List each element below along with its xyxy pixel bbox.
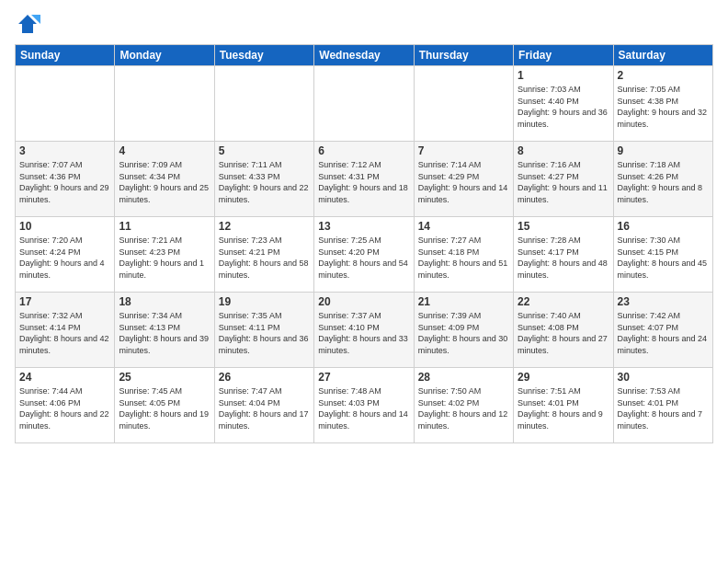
calendar-day-cell: 29Sunrise: 7:51 AM Sunset: 4:01 PM Dayli… <box>514 368 613 443</box>
day-info: Sunrise: 7:30 AM Sunset: 4:15 PM Dayligh… <box>618 235 709 281</box>
calendar-day-cell: 21Sunrise: 7:39 AM Sunset: 4:09 PM Dayli… <box>414 293 513 368</box>
calendar-day-cell <box>414 66 513 142</box>
day-number: 30 <box>618 371 709 384</box>
calendar-week-row: 3Sunrise: 7:07 AM Sunset: 4:36 PM Daylig… <box>16 142 713 217</box>
day-number: 11 <box>119 220 210 233</box>
day-info: Sunrise: 7:18 AM Sunset: 4:26 PM Dayligh… <box>618 159 709 205</box>
day-info: Sunrise: 7:09 AM Sunset: 4:34 PM Dayligh… <box>119 159 210 205</box>
day-info: Sunrise: 7:47 AM Sunset: 4:04 PM Dayligh… <box>219 385 310 431</box>
day-number: 21 <box>418 295 509 308</box>
weekday-header: Monday <box>115 45 214 66</box>
calendar-day-cell: 1Sunrise: 7:03 AM Sunset: 4:40 PM Daylig… <box>514 66 613 142</box>
day-info: Sunrise: 7:53 AM Sunset: 4:01 PM Dayligh… <box>618 385 709 431</box>
page-header <box>15 11 713 37</box>
calendar-day-cell: 20Sunrise: 7:37 AM Sunset: 4:10 PM Dayli… <box>314 293 414 368</box>
calendar-day-cell: 25Sunrise: 7:45 AM Sunset: 4:05 PM Dayli… <box>115 368 214 443</box>
calendar-day-cell: 23Sunrise: 7:42 AM Sunset: 4:07 PM Dayli… <box>613 293 712 368</box>
calendar-week-row: 1Sunrise: 7:03 AM Sunset: 4:40 PM Daylig… <box>16 66 713 142</box>
calendar-day-cell: 15Sunrise: 7:28 AM Sunset: 4:17 PM Dayli… <box>514 217 613 293</box>
calendar-week-row: 24Sunrise: 7:44 AM Sunset: 4:06 PM Dayli… <box>16 368 713 443</box>
day-number: 16 <box>618 220 709 233</box>
day-info: Sunrise: 7:50 AM Sunset: 4:02 PM Dayligh… <box>418 385 509 431</box>
day-number: 13 <box>318 220 409 233</box>
day-number: 3 <box>19 144 110 157</box>
calendar-day-cell <box>314 66 414 142</box>
day-number: 19 <box>219 295 310 308</box>
day-info: Sunrise: 7:12 AM Sunset: 4:31 PM Dayligh… <box>318 159 409 205</box>
day-number: 29 <box>518 371 609 384</box>
calendar-day-cell: 11Sunrise: 7:21 AM Sunset: 4:23 PM Dayli… <box>115 217 214 293</box>
day-number: 18 <box>119 295 210 308</box>
day-info: Sunrise: 7:42 AM Sunset: 4:07 PM Dayligh… <box>618 310 709 356</box>
calendar-day-cell: 14Sunrise: 7:27 AM Sunset: 4:18 PM Dayli… <box>414 217 513 293</box>
day-number: 23 <box>618 295 709 308</box>
calendar-day-cell: 6Sunrise: 7:12 AM Sunset: 4:31 PM Daylig… <box>314 142 414 217</box>
logo <box>15 11 44 37</box>
weekday-header: Tuesday <box>214 45 313 66</box>
weekday-header: Wednesday <box>314 45 414 66</box>
day-number: 22 <box>518 295 609 308</box>
calendar-day-cell: 30Sunrise: 7:53 AM Sunset: 4:01 PM Dayli… <box>613 368 712 443</box>
calendar-day-cell: 13Sunrise: 7:25 AM Sunset: 4:20 PM Dayli… <box>314 217 414 293</box>
day-number: 27 <box>318 371 409 384</box>
day-info: Sunrise: 7:05 AM Sunset: 4:38 PM Dayligh… <box>618 84 709 130</box>
day-info: Sunrise: 7:16 AM Sunset: 4:27 PM Dayligh… <box>518 159 609 205</box>
day-number: 24 <box>19 371 110 384</box>
calendar-day-cell <box>115 66 214 142</box>
day-info: Sunrise: 7:14 AM Sunset: 4:29 PM Dayligh… <box>418 159 509 205</box>
day-number: 28 <box>418 371 509 384</box>
day-number: 9 <box>618 144 709 157</box>
day-number: 14 <box>418 220 509 233</box>
day-info: Sunrise: 7:23 AM Sunset: 4:21 PM Dayligh… <box>219 235 310 281</box>
day-info: Sunrise: 7:35 AM Sunset: 4:11 PM Dayligh… <box>219 310 310 356</box>
day-number: 26 <box>219 371 310 384</box>
calendar-day-cell: 10Sunrise: 7:20 AM Sunset: 4:24 PM Dayli… <box>16 217 115 293</box>
weekday-header: Friday <box>514 45 613 66</box>
calendar-week-row: 17Sunrise: 7:32 AM Sunset: 4:14 PM Dayli… <box>16 293 713 368</box>
day-info: Sunrise: 7:40 AM Sunset: 4:08 PM Dayligh… <box>518 310 609 356</box>
day-number: 6 <box>318 144 409 157</box>
calendar-header-row: SundayMondayTuesdayWednesdayThursdayFrid… <box>16 45 713 66</box>
day-number: 8 <box>518 144 609 157</box>
calendar-day-cell: 17Sunrise: 7:32 AM Sunset: 4:14 PM Dayli… <box>16 293 115 368</box>
day-number: 20 <box>318 295 409 308</box>
calendar-day-cell: 9Sunrise: 7:18 AM Sunset: 4:26 PM Daylig… <box>613 142 712 217</box>
day-info: Sunrise: 7:07 AM Sunset: 4:36 PM Dayligh… <box>19 159 110 205</box>
day-info: Sunrise: 7:27 AM Sunset: 4:18 PM Dayligh… <box>418 235 509 281</box>
day-number: 25 <box>119 371 210 384</box>
calendar-table: SundayMondayTuesdayWednesdayThursdayFrid… <box>15 44 713 443</box>
calendar-day-cell: 2Sunrise: 7:05 AM Sunset: 4:38 PM Daylig… <box>613 66 712 142</box>
day-info: Sunrise: 7:11 AM Sunset: 4:33 PM Dayligh… <box>219 159 310 205</box>
day-number: 17 <box>19 295 110 308</box>
calendar-day-cell: 5Sunrise: 7:11 AM Sunset: 4:33 PM Daylig… <box>214 142 313 217</box>
day-number: 12 <box>219 220 310 233</box>
logo-icon <box>15 11 40 37</box>
calendar-day-cell: 7Sunrise: 7:14 AM Sunset: 4:29 PM Daylig… <box>414 142 513 217</box>
day-info: Sunrise: 7:28 AM Sunset: 4:17 PM Dayligh… <box>518 235 609 281</box>
day-number: 5 <box>219 144 310 157</box>
day-info: Sunrise: 7:20 AM Sunset: 4:24 PM Dayligh… <box>19 235 110 281</box>
calendar-day-cell: 12Sunrise: 7:23 AM Sunset: 4:21 PM Dayli… <box>214 217 313 293</box>
day-number: 10 <box>19 220 110 233</box>
calendar-day-cell: 26Sunrise: 7:47 AM Sunset: 4:04 PM Dayli… <box>214 368 313 443</box>
calendar-day-cell: 28Sunrise: 7:50 AM Sunset: 4:02 PM Dayli… <box>414 368 513 443</box>
day-info: Sunrise: 7:32 AM Sunset: 4:14 PM Dayligh… <box>19 310 110 356</box>
day-info: Sunrise: 7:51 AM Sunset: 4:01 PM Dayligh… <box>518 385 609 431</box>
day-info: Sunrise: 7:21 AM Sunset: 4:23 PM Dayligh… <box>119 235 210 281</box>
day-info: Sunrise: 7:03 AM Sunset: 4:40 PM Dayligh… <box>518 84 609 130</box>
calendar-day-cell: 27Sunrise: 7:48 AM Sunset: 4:03 PM Dayli… <box>314 368 414 443</box>
calendar-day-cell: 4Sunrise: 7:09 AM Sunset: 4:34 PM Daylig… <box>115 142 214 217</box>
calendar-day-cell: 3Sunrise: 7:07 AM Sunset: 4:36 PM Daylig… <box>16 142 115 217</box>
day-info: Sunrise: 7:48 AM Sunset: 4:03 PM Dayligh… <box>318 385 409 431</box>
calendar-day-cell: 16Sunrise: 7:30 AM Sunset: 4:15 PM Dayli… <box>613 217 712 293</box>
day-info: Sunrise: 7:45 AM Sunset: 4:05 PM Dayligh… <box>119 385 210 431</box>
day-number: 15 <box>518 220 609 233</box>
calendar-week-row: 10Sunrise: 7:20 AM Sunset: 4:24 PM Dayli… <box>16 217 713 293</box>
day-info: Sunrise: 7:25 AM Sunset: 4:20 PM Dayligh… <box>318 235 409 281</box>
day-info: Sunrise: 7:39 AM Sunset: 4:09 PM Dayligh… <box>418 310 509 356</box>
calendar-day-cell: 24Sunrise: 7:44 AM Sunset: 4:06 PM Dayli… <box>16 368 115 443</box>
day-number: 2 <box>618 69 709 82</box>
day-info: Sunrise: 7:37 AM Sunset: 4:10 PM Dayligh… <box>318 310 409 356</box>
weekday-header: Thursday <box>414 45 513 66</box>
weekday-header: Sunday <box>16 45 115 66</box>
